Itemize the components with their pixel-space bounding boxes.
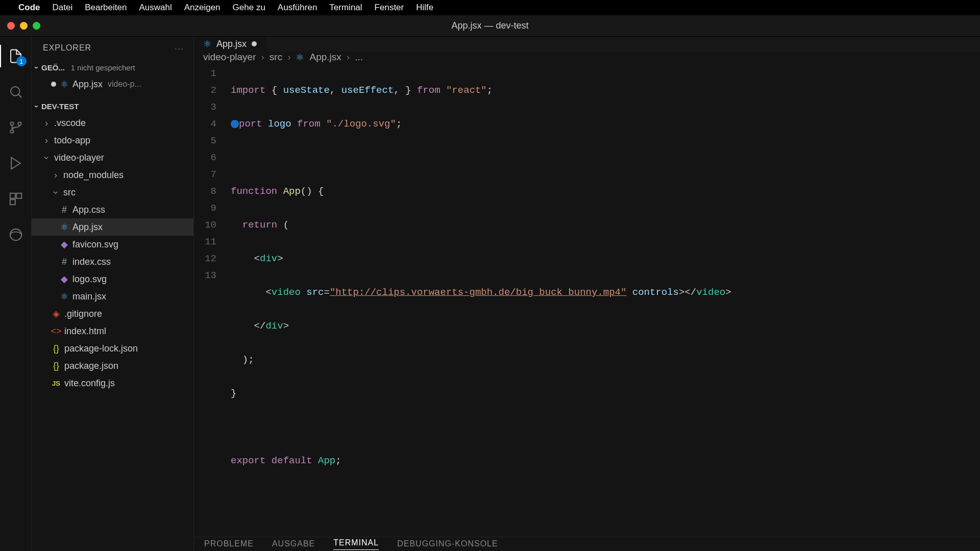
open-editors-label: GEÖ... [41, 63, 65, 72]
open-editors-header[interactable]: › GEÖ... 1 nicht gespeichert [32, 59, 193, 76]
token-var: useEffect [341, 85, 394, 96]
svg-rect-5 [16, 193, 21, 198]
workspace-label: DEV-TEST [41, 102, 79, 111]
extensions-icon [8, 191, 23, 207]
line-number: 9 [194, 200, 216, 217]
traffic-lights [0, 22, 40, 30]
token-tag: div [265, 320, 283, 332]
tree-folder[interactable]: ›src [32, 184, 193, 201]
chevron-down-icon: › [42, 153, 51, 163]
tree-item-label: package.json [64, 361, 118, 371]
sidebar-header: EXPLORER ··· [32, 37, 193, 59]
panel-tab-ausgabe[interactable]: AUSGABE [272, 539, 315, 548]
editor-tabs: ⚛ App.jsx [194, 37, 980, 52]
line-number: 13 [194, 267, 216, 284]
tree-item-label: .vscode [54, 118, 86, 129]
tree-item-label: video-player [54, 153, 104, 163]
token-attr: controls [632, 287, 679, 298]
tree-file[interactable]: {}package.json [32, 357, 193, 374]
menu-bearbeiten[interactable]: Bearbeiten [85, 3, 127, 13]
activity-search[interactable] [0, 79, 32, 105]
menu-terminal[interactable]: Terminal [329, 3, 362, 13]
window-title: App.jsx — dev-test [451, 20, 528, 31]
react-file-icon: ⚛ [59, 79, 69, 90]
svg-point-2 [10, 130, 13, 133]
tree-file[interactable]: ◈.gitignore [32, 305, 193, 322]
open-editor-item[interactable]: ⚛ App.jsx video-p... [32, 76, 193, 93]
file-tree: ›.vscode ›todo-app ›video-player ›node_m… [32, 114, 193, 397]
token-keyword: default [272, 455, 312, 466]
line-number: 12 [194, 251, 216, 267]
svg-point-7 [10, 229, 21, 241]
activity-extensions[interactable] [0, 186, 32, 212]
workbench: 1 EXPLORER ··· › GEÖ... 1 nicht gespeich… [0, 37, 980, 551]
tree-file[interactable]: <>index.html [32, 322, 193, 340]
tree-item-label: logo.svg [72, 274, 107, 285]
breadcrumb-segment[interactable]: src [270, 52, 282, 63]
breadcrumb-segment[interactable]: App.jsx [309, 52, 341, 63]
tree-folder[interactable]: ›node_modules [32, 166, 193, 184]
menu-gehezu[interactable]: Gehe zu [233, 3, 265, 13]
menu-auswahl[interactable]: Auswahl [139, 3, 172, 13]
activity-explorer[interactable]: 1 [0, 43, 32, 69]
panel-tab-terminal[interactable]: TERMINAL [333, 538, 379, 550]
chevron-right-icon: › [261, 52, 264, 63]
tree-file[interactable]: {}package-lock.json [32, 340, 193, 357]
activity-run-debug[interactable] [0, 150, 32, 177]
menu-ausfuehren[interactable]: Ausführen [278, 3, 317, 13]
tree-folder[interactable]: ›video-player [32, 149, 193, 166]
html-file-icon: <> [51, 326, 61, 337]
sidebar-more-icon[interactable]: ··· [175, 44, 184, 53]
editor-tab[interactable]: ⚛ App.jsx [194, 37, 266, 52]
window-close-button[interactable] [7, 22, 15, 30]
react-file-icon: ⚛ [296, 52, 304, 63]
tree-file[interactable]: ◆logo.svg [32, 270, 193, 288]
menubar-app-name[interactable]: Code [18, 3, 40, 13]
window-minimize-button[interactable] [20, 22, 28, 30]
tree-file[interactable]: #App.css [32, 201, 193, 218]
activity-source-control[interactable] [0, 114, 32, 141]
window-maximize-button[interactable] [33, 22, 40, 30]
breadcrumb-segment[interactable]: video-player [203, 52, 256, 63]
token-var: useState [283, 85, 330, 96]
menu-hilfe[interactable]: Hilfe [416, 3, 433, 13]
tree-item-label: main.jsx [72, 291, 106, 302]
tree-item-label: .gitignore [64, 309, 102, 319]
code-editor[interactable]: 1 2 3 4 5 6 7 8 9 10 11 12 13 import { u… [194, 63, 980, 537]
lightbulb-icon[interactable] [231, 120, 239, 128]
line-number: 2 [194, 82, 216, 99]
window-titlebar: App.jsx — dev-test [0, 15, 980, 37]
token-keyword: import [231, 85, 265, 96]
tree-item-label: node_modules [63, 170, 124, 181]
menu-fenster[interactable]: Fenster [375, 3, 404, 13]
tree-file[interactable]: ⚛App.jsx [32, 218, 193, 236]
panel-tabs: PROBLEME AUSGABE TERMINAL DEBUGGING-KONS… [194, 537, 980, 551]
activity-edge[interactable] [0, 221, 32, 248]
tree-file[interactable]: JSvite.config.js [32, 374, 193, 392]
activity-bar: 1 [0, 37, 32, 551]
breadcrumbs[interactable]: video-player › src › ⚛ App.jsx › ... [194, 52, 980, 63]
breadcrumb-segment[interactable]: ... [355, 52, 363, 63]
react-file-icon: ⚛ [203, 38, 211, 49]
tree-item-label: vite.config.js [64, 378, 115, 389]
menu-datei[interactable]: Datei [53, 3, 73, 13]
tree-folder[interactable]: ›.vscode [32, 114, 193, 132]
tree-folder[interactable]: ›todo-app [32, 132, 193, 149]
search-icon [8, 84, 23, 99]
panel-tab-probleme[interactable]: PROBLEME [204, 539, 254, 548]
tree-file[interactable]: #index.css [32, 253, 193, 270]
tree-file[interactable]: ⚛main.jsx [32, 288, 193, 305]
token-keyword: return [242, 219, 277, 231]
line-number: 5 [194, 133, 216, 149]
token-var: logo [268, 118, 291, 130]
panel-tab-debug-konsole[interactable]: DEBUGGING-KONSOLE [397, 539, 498, 548]
workspace-header[interactable]: › DEV-TEST [32, 98, 193, 114]
code-content[interactable]: import { useState, useEffect, } from "re… [231, 63, 980, 537]
svg-point-1 [10, 122, 13, 125]
line-number: 8 [194, 183, 216, 200]
menu-anzeigen[interactable]: Anzeigen [184, 3, 220, 13]
dirty-dot-icon [51, 82, 56, 87]
tree-file[interactable]: ◆favicon.svg [32, 236, 193, 253]
sidebar-title: EXPLORER [43, 43, 91, 53]
tree-item-label: src [63, 187, 76, 198]
